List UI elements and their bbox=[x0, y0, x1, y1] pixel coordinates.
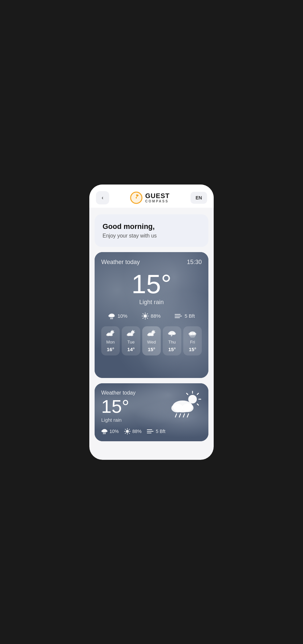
weather-header-row: Weather today 15:30 bbox=[101, 259, 202, 266]
svg-point-28 bbox=[109, 334, 113, 336]
weather-card-large: Weather today 15:30 15° Light rain bbox=[95, 252, 208, 378]
svg-rect-82 bbox=[147, 431, 153, 432]
svg-line-24 bbox=[113, 331, 114, 331]
forecast-icon-wed bbox=[147, 330, 156, 338]
svg-line-31 bbox=[134, 331, 135, 331]
small-stat-sun: 88% bbox=[124, 428, 142, 435]
forecast-icon-mon bbox=[106, 330, 115, 338]
svg-line-63 bbox=[179, 414, 181, 417]
svg-line-65 bbox=[187, 414, 189, 417]
svg-point-5 bbox=[108, 314, 112, 317]
phone-frame: ‹ GUEST COMPASS EN bbox=[89, 185, 214, 460]
svg-point-10 bbox=[144, 314, 147, 318]
forecast-day-tue: Tue 14° bbox=[122, 326, 140, 355]
svg-point-6 bbox=[111, 315, 115, 317]
forecast-day-name-thu: Thu bbox=[168, 340, 176, 345]
svg-line-70 bbox=[104, 433, 105, 434]
greeting-title: Good morning, bbox=[103, 222, 200, 231]
forecast-day-temp-fri: 15° bbox=[189, 347, 196, 352]
small-weather-header: Weather today 15° Light rain bbox=[101, 390, 202, 428]
forecast-day-thu: Thu 15° bbox=[163, 326, 181, 355]
svg-line-18 bbox=[143, 318, 143, 318]
svg-point-60 bbox=[171, 404, 183, 412]
forecast-day-temp-tue: 14° bbox=[127, 347, 135, 352]
weather-time: 15:30 bbox=[187, 259, 202, 266]
svg-rect-52 bbox=[191, 337, 195, 338]
svg-line-71 bbox=[105, 433, 106, 434]
svg-line-64 bbox=[183, 414, 185, 417]
svg-line-17 bbox=[147, 313, 148, 314]
svg-rect-20 bbox=[175, 316, 182, 316]
small-stat-rain: 10% bbox=[101, 428, 119, 435]
forecast-day-name-tue: Tue bbox=[127, 340, 135, 345]
forecast-day-mon: Mon 16° bbox=[101, 326, 120, 355]
stat-sun: 88% bbox=[142, 312, 161, 320]
svg-rect-21 bbox=[175, 317, 180, 318]
logo-compass-label: COMPASS bbox=[145, 199, 170, 203]
svg-line-15 bbox=[143, 313, 143, 314]
header: ‹ GUEST COMPASS EN bbox=[89, 185, 214, 208]
forecast-day-name-wed: Wed bbox=[147, 340, 156, 345]
svg-rect-51 bbox=[190, 336, 195, 337]
svg-line-80 bbox=[125, 433, 126, 434]
rain-value: 10% bbox=[117, 313, 127, 319]
weather-small-content: Weather today 15° Light rain bbox=[101, 390, 202, 435]
svg-line-38 bbox=[154, 331, 155, 331]
forecast-day-fri: Fri 15° bbox=[183, 326, 202, 355]
svg-point-72 bbox=[126, 430, 129, 433]
logo-text: GUEST COMPASS bbox=[145, 192, 170, 203]
rain-icon bbox=[108, 313, 115, 319]
svg-point-61 bbox=[182, 403, 194, 412]
greeting-subtitle: Enjoy your stay with us bbox=[103, 233, 200, 239]
svg-line-69 bbox=[103, 433, 104, 434]
wind-icon bbox=[175, 313, 183, 319]
svg-line-7 bbox=[110, 318, 111, 319]
screen: ‹ GUEST COMPASS EN bbox=[89, 185, 214, 460]
svg-point-42 bbox=[151, 334, 154, 336]
svg-line-8 bbox=[111, 318, 112, 319]
svg-line-57 bbox=[187, 393, 188, 395]
language-button[interactable]: EN bbox=[191, 192, 207, 204]
small-sun-value: 88% bbox=[132, 429, 142, 434]
svg-rect-83 bbox=[147, 433, 152, 433]
small-today-label: Weather today bbox=[101, 390, 165, 396]
weather-card-small: Weather today 15° Light rain bbox=[95, 383, 208, 441]
small-stat-wind: 5 Bft bbox=[147, 428, 165, 435]
svg-rect-19 bbox=[175, 314, 181, 315]
svg-rect-50 bbox=[189, 335, 196, 336]
forecast-day-name-mon: Mon bbox=[106, 340, 114, 345]
stat-wind: 5 Bft bbox=[175, 312, 195, 320]
svg-point-45 bbox=[172, 332, 176, 335]
svg-point-67 bbox=[102, 430, 105, 432]
svg-point-48 bbox=[189, 333, 193, 335]
logo-icon bbox=[130, 191, 143, 204]
sun-value: 88% bbox=[151, 313, 161, 319]
weather-temperature: 15° bbox=[101, 271, 202, 297]
svg-point-27 bbox=[106, 334, 110, 336]
small-sun-icon bbox=[124, 428, 131, 435]
forecast-day-name-fri: Fri bbox=[190, 340, 195, 345]
small-rain-value: 10% bbox=[109, 429, 119, 434]
svg-line-62 bbox=[175, 414, 177, 417]
svg-line-56 bbox=[197, 404, 198, 405]
forecast-row: Mon 16° bbox=[101, 326, 202, 358]
small-stats: 10% bbox=[101, 428, 202, 435]
svg-line-77 bbox=[125, 429, 126, 430]
sun-icon bbox=[142, 312, 149, 320]
small-wind-icon bbox=[147, 429, 154, 434]
back-button[interactable]: ‹ bbox=[96, 191, 109, 204]
weather-today-label: Weather today bbox=[101, 259, 140, 266]
weather-large-icon bbox=[165, 390, 202, 420]
weather-content: Weather today 15:30 15° Light rain bbox=[95, 252, 208, 365]
svg-line-16 bbox=[147, 318, 148, 318]
weather-condition: Light rain bbox=[101, 299, 202, 306]
svg-point-34 bbox=[127, 334, 130, 336]
greeting-card: Good morning, Enjoy your stay with us bbox=[95, 214, 208, 247]
small-wind-value: 5 Bft bbox=[156, 429, 165, 434]
svg-line-54 bbox=[197, 393, 198, 395]
small-temperature: 15° bbox=[101, 397, 165, 416]
small-rain-icon bbox=[101, 428, 108, 434]
svg-point-49 bbox=[193, 333, 196, 335]
svg-line-79 bbox=[129, 429, 130, 430]
svg-point-35 bbox=[130, 334, 133, 336]
